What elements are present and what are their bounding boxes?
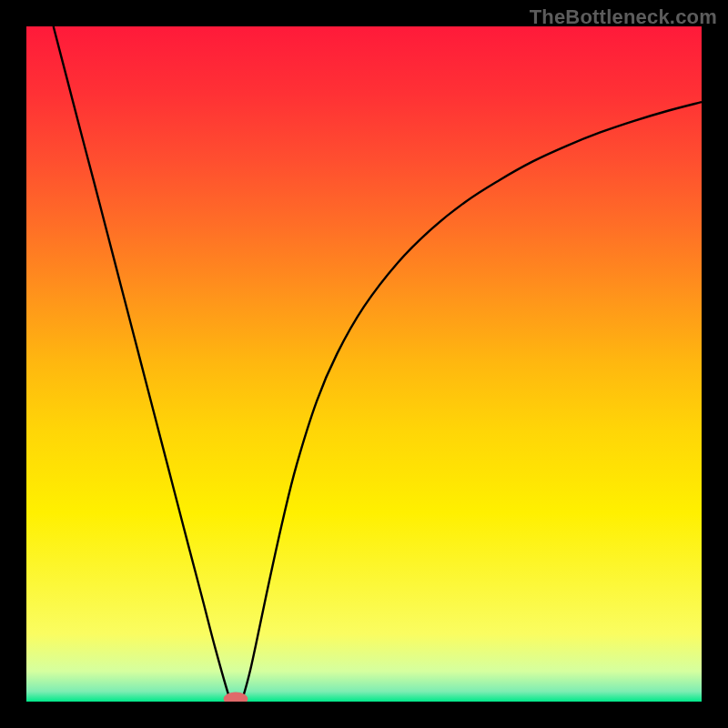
chart-svg xyxy=(26,26,702,702)
chart-plot-area xyxy=(26,26,702,702)
chart-background xyxy=(26,26,702,702)
